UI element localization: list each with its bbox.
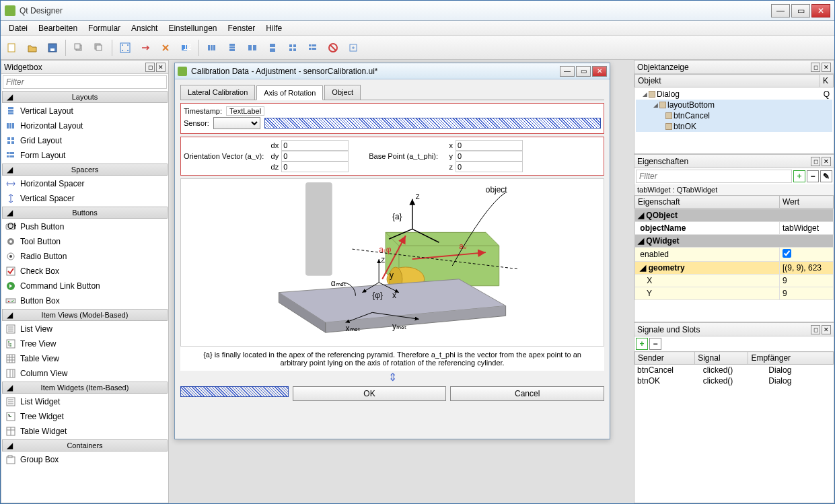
z-field[interactable] xyxy=(456,161,523,172)
widgetbox-item[interactable]: OKPush Button xyxy=(1,219,168,234)
form-minimize-button[interactable]: — xyxy=(560,66,575,77)
save-icon[interactable] xyxy=(44,39,61,57)
sensor-combo[interactable] xyxy=(213,117,260,129)
tree-row[interactable]: ◢ DialogQ xyxy=(636,89,832,100)
adjust-size-icon[interactable] xyxy=(344,39,362,57)
scrollbar-h[interactable] xyxy=(634,311,834,322)
widgetbox-filter[interactable] xyxy=(3,75,167,89)
tree-row[interactable]: btnCancel xyxy=(636,110,832,121)
prop-row[interactable]: objectNametabWidget xyxy=(635,222,834,235)
minimize-button[interactable]: — xyxy=(771,4,790,17)
widgetbox-item[interactable]: Form Layout xyxy=(1,148,168,163)
edit-signals-icon[interactable] xyxy=(137,39,154,57)
prop-row[interactable]: Y9 xyxy=(635,287,834,300)
prop-row[interactable]: X9 xyxy=(635,275,834,287)
widgetbox-section[interactable]: ◢Buttons xyxy=(2,207,168,219)
scrollbar-h[interactable] xyxy=(634,143,834,153)
edit-widgets-icon[interactable] xyxy=(116,39,134,57)
widgetbox-item[interactable]: Vertical Spacer xyxy=(1,191,168,206)
bring-front-icon[interactable] xyxy=(90,39,108,57)
widgetbox-item[interactable]: Tree View xyxy=(1,336,168,351)
x-field[interactable] xyxy=(456,140,523,151)
prop-row[interactable]: ◢ QObject xyxy=(635,209,834,222)
send-back-icon[interactable] xyxy=(70,39,87,57)
layout-v-icon[interactable] xyxy=(223,39,241,57)
enabled-checkbox[interactable] xyxy=(783,249,791,258)
widgetbox-item[interactable]: Grid Layout xyxy=(1,133,168,148)
config-prop-icon[interactable]: ✎ xyxy=(820,170,832,182)
layout-hsplit-icon[interactable] xyxy=(244,39,261,57)
prop-row[interactable]: ◢ QWidget xyxy=(635,235,834,248)
add-signal-icon[interactable]: + xyxy=(636,338,648,350)
menu-fenster[interactable]: Fenster xyxy=(223,22,261,35)
tab-object[interactable]: Object xyxy=(324,85,361,100)
widgetbox-item[interactable]: Vertical Layout xyxy=(1,104,168,118)
tab-lateral[interactable]: Lateral Calibration xyxy=(180,85,255,100)
cancel-button[interactable]: Cancel xyxy=(450,386,604,401)
dock-close-icon[interactable]: ✕ xyxy=(822,325,831,334)
dock-float-icon[interactable]: ◻ xyxy=(145,63,155,72)
menu-ansicht[interactable]: Ansicht xyxy=(126,22,163,35)
widgetbox-section[interactable]: ◢Layouts xyxy=(2,91,168,103)
layout-h-icon[interactable] xyxy=(203,39,221,57)
widgetbox-item[interactable]: Table Widget xyxy=(1,424,168,439)
widgetbox-section[interactable]: ◢Item Widgets (Item-Based) xyxy=(2,382,168,394)
signal-row[interactable]: btnOKclicked()Dialog xyxy=(634,375,834,386)
edit-buddies-icon[interactable] xyxy=(157,39,174,57)
break-layout-icon[interactable] xyxy=(324,39,342,57)
prop-row[interactable]: ◢ geometry[(9, 9), 623 xyxy=(635,262,834,275)
widgetbox-section[interactable]: ◢Containers xyxy=(2,439,168,452)
edit-taborder-icon[interactable]: 123 xyxy=(177,39,194,57)
widgetbox-item[interactable]: Tool Button xyxy=(1,234,168,249)
designer-form-window[interactable]: Calibration Data - Adjustment - sensorCa… xyxy=(174,63,610,439)
close-button[interactable]: ✕ xyxy=(811,4,830,17)
signal-row[interactable]: btnCancelclicked()Dialog xyxy=(634,365,834,375)
y-field[interactable] xyxy=(456,151,523,161)
remove-prop-icon[interactable]: − xyxy=(807,170,819,182)
widgetbox-item[interactable]: Table View xyxy=(1,351,168,366)
widgetbox-item[interactable]: Command Link Button xyxy=(1,279,168,293)
menu-datei[interactable]: Datei xyxy=(3,22,33,35)
widgetbox-item[interactable]: List View xyxy=(1,322,168,336)
widgetbox-item[interactable]: Group Box xyxy=(1,452,168,467)
tree-row[interactable]: ◢ layoutBottom xyxy=(636,100,832,110)
widgetbox-item[interactable]: Horizontal Spacer xyxy=(1,176,168,191)
remove-signal-icon[interactable]: − xyxy=(649,338,661,350)
widgetbox-item[interactable]: Check Box xyxy=(1,264,168,279)
dx-field[interactable] xyxy=(281,140,349,151)
widgetbox-item[interactable]: Column View xyxy=(1,366,168,381)
layout-grid-icon[interactable] xyxy=(284,39,301,57)
menu-bearbeiten[interactable]: Bearbeiten xyxy=(33,22,83,35)
widgetbox-section[interactable]: ◢Spacers xyxy=(2,164,168,176)
menu-formular[interactable]: Formular xyxy=(83,22,126,35)
form-maximize-button[interactable]: ▭ xyxy=(576,66,591,77)
layout-form-icon[interactable] xyxy=(304,39,322,57)
layout-vsplit-icon[interactable] xyxy=(264,39,281,57)
widgetbox-item[interactable]: Tree Widget xyxy=(1,409,168,424)
ok-button[interactable]: OK xyxy=(293,386,447,401)
menu-einstellungen[interactable]: Einstellungen xyxy=(163,22,222,35)
tree-row[interactable]: btnOK xyxy=(636,121,832,132)
prop-row[interactable]: enabled xyxy=(635,248,834,262)
dock-float-icon[interactable]: ◻ xyxy=(811,63,820,72)
widgetbox-item[interactable]: Button Box xyxy=(1,293,168,308)
dock-close-icon[interactable]: ✕ xyxy=(156,63,166,72)
tab-axis[interactable]: Axis of Rotation xyxy=(256,85,323,100)
dock-close-icon[interactable]: ✕ xyxy=(822,63,831,72)
dy-field[interactable] xyxy=(281,151,349,161)
new-icon[interactable] xyxy=(3,39,21,57)
open-icon[interactable] xyxy=(24,39,41,57)
widgetbox-item[interactable]: Radio Button xyxy=(1,249,168,264)
widgetbox-section[interactable]: ◢Item Views (Model-Based) xyxy=(2,309,168,321)
dock-float-icon[interactable]: ◻ xyxy=(811,157,820,166)
widgetbox-item[interactable]: Horizontal Layout xyxy=(1,118,168,133)
add-prop-icon[interactable]: + xyxy=(793,170,805,182)
maximize-button[interactable]: ▭ xyxy=(791,4,810,17)
form-close-button[interactable]: ✕ xyxy=(592,66,607,77)
menu-hilfe[interactable]: Hilfe xyxy=(260,22,287,35)
dz-field[interactable] xyxy=(281,161,349,172)
prop-filter[interactable] xyxy=(636,170,792,183)
widgetbox-item[interactable]: List Widget xyxy=(1,394,168,409)
dock-float-icon[interactable]: ◻ xyxy=(811,325,820,334)
dock-close-icon[interactable]: ✕ xyxy=(822,157,831,166)
